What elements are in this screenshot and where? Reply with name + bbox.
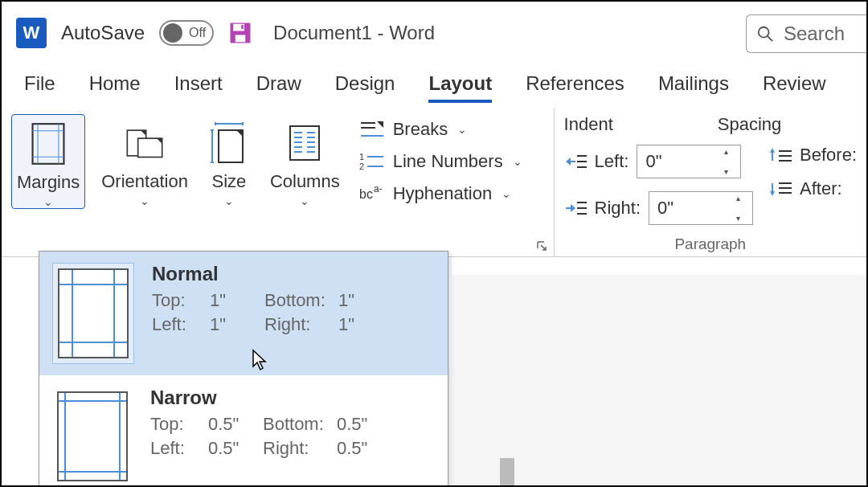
normal-top-value: 1" (210, 290, 264, 311)
tab-home[interactable]: Home (89, 72, 141, 100)
svg-text:bc: bc (359, 187, 373, 201)
tab-design[interactable]: Design (335, 72, 395, 100)
normal-right-label: Right: (264, 314, 338, 335)
svg-rect-6 (33, 124, 64, 164)
tab-file[interactable]: File (24, 72, 55, 100)
title-bar: W AutoSave Off Document1 - Word Search (2, 2, 866, 64)
narrow-right-label: Right: (263, 438, 337, 459)
margins-button[interactable]: Margins ⌄ (11, 114, 85, 209)
search-box[interactable]: Search (746, 14, 866, 53)
normal-top-label: Top: (152, 290, 210, 311)
mouse-cursor-icon (251, 349, 268, 371)
svg-rect-21 (219, 130, 243, 162)
autosave-label: AutoSave (61, 22, 145, 44)
tab-references[interactable]: References (526, 72, 624, 100)
document-canvas[interactable] (452, 275, 866, 485)
paragraph-group-label: Paragraph (555, 235, 866, 253)
line-numbers-icon: 12 (359, 152, 385, 171)
normal-right-value: 1" (338, 314, 383, 335)
svg-line-5 (768, 36, 772, 41)
word-app-icon: W (16, 18, 47, 48)
line-numbers-label: Line Numbers (393, 151, 503, 172)
spacing-before-label: Before: (800, 145, 857, 166)
narrow-left-value: 0.5" (208, 438, 263, 459)
orientation-label: Orientation (101, 172, 188, 191)
breaks-button[interactable]: Breaks ⌄ (356, 117, 526, 141)
document-title: Document1 - Word (273, 22, 435, 44)
normal-bottom-value: 1" (338, 290, 383, 311)
search-placeholder: Search (784, 23, 845, 45)
chevron-down-icon: ⌄ (457, 123, 467, 136)
narrow-top-value: 0.5" (208, 414, 263, 435)
narrow-bottom-value: 0.5" (337, 414, 382, 435)
margins-icon (28, 121, 68, 166)
ribbon-body: Margins ⌄ Orientation ⌄ Size ⌄ (2, 108, 866, 257)
margins-narrow-thumb-icon (57, 391, 128, 481)
indent-right-input[interactable]: 0" ▴▾ (649, 191, 753, 225)
orientation-icon (125, 121, 165, 166)
spacing-header: Spacing (718, 114, 782, 135)
indent-right-label: Right: (595, 198, 641, 219)
breaks-icon (359, 120, 385, 139)
autosave-toggle[interactable]: Off (159, 20, 214, 46)
tab-review[interactable]: Review (763, 72, 826, 100)
hyphenation-icon: bca- (359, 184, 385, 203)
narrow-bottom-label: Bottom: (263, 414, 337, 435)
svg-text:1: 1 (359, 152, 364, 162)
columns-button[interactable]: Columns ⌄ (265, 114, 345, 209)
columns-icon (285, 121, 325, 166)
spinner-arrows-icon[interactable]: ▴▾ (724, 147, 737, 176)
margins-narrow-title: Narrow (150, 387, 435, 409)
indent-left-icon (564, 153, 587, 170)
size-button[interactable]: Size ⌄ (204, 114, 254, 209)
tab-insert[interactable]: Insert (174, 72, 223, 100)
chevron-down-icon: ⌄ (300, 194, 309, 207)
hyphenation-button[interactable]: bca- Hyphenation ⌄ (356, 182, 526, 206)
svg-marker-55 (770, 148, 775, 153)
margins-label: Margins (17, 173, 80, 192)
size-icon (209, 121, 249, 166)
chevron-down-icon: ⌄ (224, 194, 234, 207)
spacing-before-icon (769, 146, 792, 164)
search-icon (756, 25, 774, 43)
size-label: Size (211, 172, 246, 191)
page-setup-launcher-icon[interactable] (536, 240, 547, 252)
toggle-knob-icon (163, 23, 182, 43)
columns-label: Columns (270, 172, 340, 191)
ribbon-tabs: File Home Insert Draw Design Layout Refe… (2, 64, 866, 108)
group-page-setup: Margins ⌄ Orientation ⌄ Size ⌄ (2, 108, 555, 256)
svg-marker-49 (571, 204, 575, 212)
indent-right-value: 0" (649, 198, 674, 219)
svg-rect-2 (235, 35, 246, 43)
margins-option-narrow[interactable]: Narrow Top: 0.5" Bottom: 0.5" Left: 0.5"… (39, 375, 448, 487)
indent-left-label: Left: (595, 151, 629, 172)
spinner-arrows-icon[interactable]: ▴▾ (736, 194, 749, 223)
indent-left-input[interactable]: 0" ▴▾ (637, 145, 741, 178)
orientation-button[interactable]: Orientation ⌄ (96, 114, 193, 209)
spacing-after-icon (769, 180, 792, 198)
save-icon[interactable] (228, 21, 252, 45)
tab-layout[interactable]: Layout (428, 72, 492, 100)
svg-text:a-: a- (374, 184, 383, 194)
line-numbers-button[interactable]: 12 Line Numbers ⌄ (356, 149, 526, 174)
narrow-right-value: 0.5" (337, 438, 382, 459)
svg-marker-60 (770, 191, 775, 196)
svg-text:2: 2 (359, 162, 364, 171)
tab-mailings[interactable]: Mailings (658, 72, 729, 100)
margins-option-normal[interactable]: Normal Top: 1" Bottom: 1" Left: 1" Right… (39, 252, 448, 375)
document-page-edge (500, 458, 514, 485)
svg-point-4 (759, 27, 769, 38)
svg-rect-3 (241, 25, 244, 29)
autosave-state: Off (189, 26, 206, 40)
breaks-label: Breaks (393, 119, 448, 140)
svg-rect-13 (138, 138, 162, 157)
chevron-down-icon: ⌄ (140, 194, 149, 207)
margins-dropdown: Normal Top: 1" Bottom: 1" Left: 1" Right… (39, 251, 448, 487)
tab-draw[interactable]: Draw (256, 72, 301, 100)
normal-bottom-label: Bottom: (264, 290, 338, 311)
margins-normal-title: Normal (152, 263, 435, 285)
normal-left-value: 1" (210, 314, 264, 335)
margins-normal-thumb-icon (58, 268, 129, 358)
indent-right-icon (564, 199, 587, 217)
svg-marker-37 (377, 121, 383, 128)
